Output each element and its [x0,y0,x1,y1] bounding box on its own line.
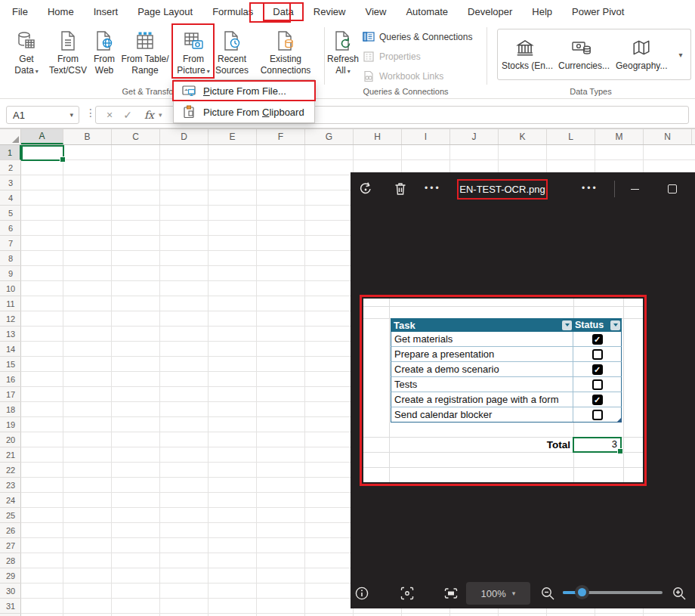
row-header-5[interactable]: 5 [0,206,21,221]
info-icon[interactable] [354,586,369,601]
column-header-m[interactable]: M [595,129,644,144]
task-table: Task Status Get materials✓Prepare a pres… [391,318,622,423]
column-header-d[interactable]: D [160,129,208,144]
row-header-16[interactable]: 16 [0,372,21,387]
recent-sources-icon [213,26,251,51]
cancel-icon[interactable]: × [107,109,113,121]
row-header-6[interactable]: 6 [0,221,21,236]
column-header-j[interactable]: J [450,129,499,144]
delete-icon[interactable] [393,181,408,197]
get-data-button[interactable]: Get Data▾ [8,26,45,82]
column-header-e[interactable]: E [208,129,257,144]
existing-connections-button[interactable]: Existing Connections [255,26,316,82]
row-header-21[interactable]: 21 [0,447,21,463]
column-header-i[interactable]: I [402,129,450,144]
row-header-17[interactable]: 17 [0,387,21,402]
menu-tab-automate[interactable]: Automate [396,2,458,21]
row-header-8[interactable]: 8 [0,251,21,266]
menu-tab-file[interactable]: File [2,2,38,21]
row-header-4[interactable]: 4 [0,190,21,206]
menu-tab-view[interactable]: View [355,2,396,21]
currencies-data-type[interactable]: Currencies... [558,33,605,76]
row-header-25[interactable]: 25 [0,508,21,523]
formula-bar-grip[interactable]: ⋮ [85,107,96,119]
from-table-range-button[interactable]: From Table/ Range [119,26,171,82]
column-header-a[interactable]: A [21,129,63,144]
focus-region-icon[interactable] [400,586,415,601]
refresh-all-button[interactable]: Refresh All▾ [325,26,361,82]
row-header-2[interactable]: 2 [0,160,21,175]
column-header-h[interactable]: H [354,129,402,144]
row-header-12[interactable]: 12 [0,311,21,327]
menu-tab-review[interactable]: Review [304,2,356,21]
menu-tab-help[interactable]: Help [522,2,562,21]
row-header-30[interactable]: 30 [0,583,21,599]
row-header-29[interactable]: 29 [0,568,21,583]
menu-tab-power-pivot[interactable]: Power Pivot [562,2,634,21]
menu-tab-page-layout[interactable]: Page Layout [128,2,202,21]
row-header-19[interactable]: 19 [0,417,21,432]
gallery-more-button[interactable]: ▾ [671,29,691,80]
name-box[interactable]: A1 ▾ [6,106,79,124]
stocks-data-type[interactable]: Stocks (En... [502,33,548,76]
menu-tab-insert[interactable]: Insert [84,2,128,21]
zoom-slider[interactable] [563,591,663,594]
zoom-out-icon[interactable] [540,586,555,601]
row-header-15[interactable]: 15 [0,357,21,372]
row-header-7[interactable]: 7 [0,236,21,251]
from-picture-button[interactable]: From Picture▾ [174,26,213,82]
row-header-24[interactable]: 24 [0,493,21,508]
from-picture-icon [174,26,213,51]
row-header-18[interactable]: 18 [0,402,21,417]
column-header-c[interactable]: C [112,129,160,144]
row-header-28[interactable]: 28 [0,553,21,568]
column-header-b[interactable]: B [63,129,112,144]
fit-to-window-icon[interactable] [443,586,459,601]
enter-icon[interactable]: ✓ [123,109,132,121]
row-header-13[interactable]: 13 [0,327,21,342]
column-header-f[interactable]: F [257,129,305,144]
row-header-3[interactable]: 3 [0,175,21,190]
menu-tab-home[interactable]: Home [38,2,84,21]
recent-sources-button[interactable]: Recent Sources [213,26,251,82]
row-header-22[interactable]: 22 [0,463,21,478]
select-all-corner[interactable] [0,129,21,144]
row-header-11[interactable]: 11 [0,296,21,311]
row-header-27[interactable]: 27 [0,538,21,553]
maximize-button[interactable] [665,181,680,197]
zoom-slider-handle[interactable] [575,585,589,599]
menu-tab-data[interactable]: Data [263,2,303,21]
more-options-icon[interactable]: ••• [425,183,441,193]
geography-data-type[interactable]: Geography... [616,33,667,76]
from-text-csv-button[interactable]: From Text/CSV [47,26,89,82]
row-header-31[interactable]: 31 [0,599,21,614]
row-header-23[interactable]: 23 [0,478,21,493]
column-header-k[interactable]: K [499,129,547,144]
from-web-button[interactable]: From Web [89,26,119,82]
column-header-l[interactable]: L [547,129,595,144]
minimize-button[interactable] [627,181,642,197]
fill-handle[interactable] [60,156,66,163]
menu-item-picture-from-file[interactable]: Picture From File... [174,80,314,101]
workbook-links-label: Workbook Links [379,71,443,82]
insert-function-icon[interactable]: fx [144,109,154,121]
zoom-level-dropdown[interactable]: 100% ▾ [466,582,530,605]
menu-item-picture-from-clipboard[interactable]: Picture From Clipboard [174,101,314,122]
queries-connections-button[interactable]: Queries & Connections [363,31,472,43]
row-header-14[interactable]: 14 [0,342,21,357]
chevron-down-icon: ▾ [36,68,39,75]
row-header-1[interactable]: 1 [0,145,21,160]
row-header-26[interactable]: 26 [0,523,21,538]
menu-tab-developer[interactable]: Developer [458,2,522,21]
more-options-icon[interactable]: ••• [582,183,598,193]
row-header-10[interactable]: 10 [0,281,21,296]
column-header-n[interactable]: N [644,129,692,144]
selected-cell-a1[interactable] [21,145,64,161]
column-header-g[interactable]: G [305,129,354,144]
rotate-icon[interactable] [358,181,373,197]
menu-tab-formulas[interactable]: Formulas [202,2,263,21]
zoom-in-icon[interactable] [672,586,687,601]
row-header-20[interactable]: 20 [0,432,21,447]
row-header-9[interactable]: 9 [0,266,21,281]
get-data-icon [8,26,45,51]
